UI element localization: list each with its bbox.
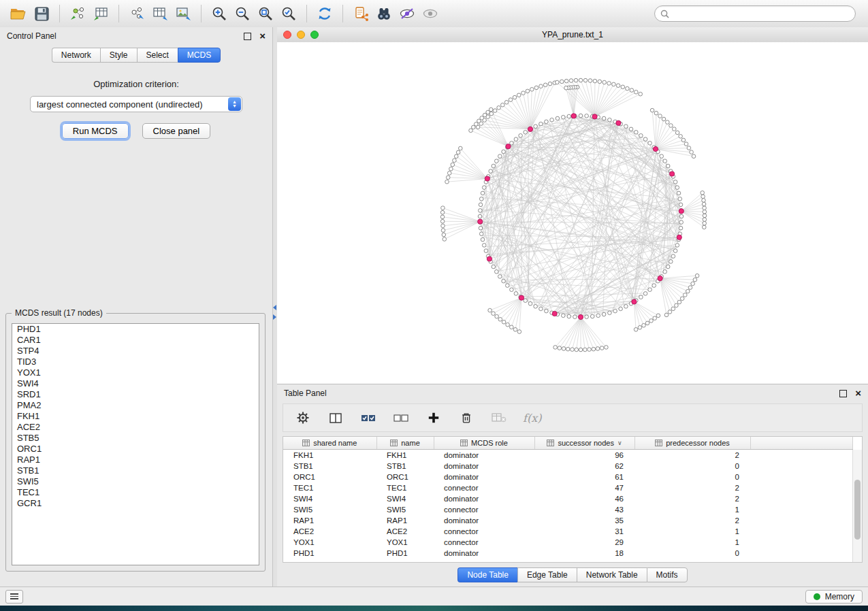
global-search-field[interactable]: [654, 5, 856, 22]
table-row[interactable]: ORC1ORC1dominator610: [283, 472, 853, 482]
tab-select[interactable]: Select: [137, 48, 178, 63]
tab-edge-table[interactable]: Edge Table: [517, 567, 577, 582]
column-header-name[interactable]: name: [376, 437, 434, 450]
table-row[interactable]: STB1STB1dominator620: [283, 461, 853, 472]
column-header-mcds-role[interactable]: MCDS role: [434, 437, 534, 450]
mcds-result-list[interactable]: PHD1CAR1STP4TID3YOX1SWI4SRD1PMA2FKH1ACE2…: [12, 323, 259, 565]
column-icon: [390, 440, 398, 446]
table-cell: [750, 548, 853, 559]
collapse-left-icon[interactable]: [273, 305, 276, 310]
select-all-rows-button[interactable]: [359, 409, 377, 427]
close-table-panel-icon[interactable]: ×: [855, 390, 861, 397]
export-image-button[interactable]: [172, 3, 195, 24]
table-row[interactable]: YOX1YOX1connector291: [283, 537, 853, 548]
control-panel-title: Control Panel: [7, 31, 57, 41]
open-session-button[interactable]: [7, 3, 30, 24]
table-row[interactable]: SWI4SWI4dominator462: [283, 493, 853, 504]
window-maximize-icon[interactable]: [310, 31, 319, 39]
table-cell: [750, 504, 853, 515]
mcds-result-item[interactable]: YOX1: [12, 367, 259, 378]
search-network-button[interactable]: [372, 3, 396, 24]
toolbar-separator: [59, 5, 60, 22]
save-session-button[interactable]: [30, 3, 53, 24]
column-icon: [655, 440, 662, 446]
network-canvas[interactable]: [277, 42, 868, 384]
export-network-button[interactable]: [125, 3, 148, 24]
tab-node-table[interactable]: Node Table: [457, 567, 517, 582]
zoom-fit-button[interactable]: [254, 3, 277, 24]
mcds-result-item[interactable]: SWI4: [12, 378, 259, 389]
delete-table-button[interactable]: [490, 409, 508, 427]
mcds-result-item[interactable]: TEC1: [12, 487, 259, 498]
window-close-icon[interactable]: [283, 31, 291, 39]
table-scrollbar-thumb[interactable]: [854, 480, 861, 540]
refresh-view-button[interactable]: [313, 3, 336, 24]
mcds-result-item[interactable]: STB5: [12, 433, 259, 444]
zoom-out-button[interactable]: [231, 3, 254, 24]
mcds-result-item[interactable]: STP4: [12, 346, 259, 357]
function-builder-button[interactable]: f(x): [523, 412, 541, 425]
table-cell: [750, 472, 853, 482]
zoom-in-button[interactable]: [208, 3, 231, 24]
show-column-button[interactable]: [327, 409, 344, 427]
zoom-selected-button[interactable]: [277, 3, 300, 24]
deselect-all-rows-button[interactable]: [392, 409, 410, 427]
table-scrollbar[interactable]: [852, 450, 862, 562]
table-cell: SWI4: [283, 493, 376, 504]
mcds-result-item[interactable]: RAP1: [12, 455, 259, 465]
mcds-result-item[interactable]: SWI5: [12, 476, 259, 487]
close-panel-icon[interactable]: ×: [259, 33, 266, 39]
mcds-result-item[interactable]: ORC1: [12, 444, 259, 455]
mcds-result-item[interactable]: GCR1: [12, 498, 259, 509]
table-cell: PHD1: [376, 548, 434, 559]
control-panel: Control Panel × Network Style Select MCD…: [0, 27, 272, 587]
mcds-result-item[interactable]: TID3: [12, 357, 259, 367]
column-header-shared-name[interactable]: shared name: [283, 437, 376, 450]
export-table-button[interactable]: [148, 3, 172, 24]
table-row[interactable]: TEC1TEC1connector472: [283, 482, 853, 493]
run-mcds-button[interactable]: Run MCDS: [62, 123, 129, 139]
mcds-result-item[interactable]: SRD1: [12, 389, 259, 400]
tab-motifs[interactable]: Motifs: [647, 567, 688, 582]
network-graph[interactable]: [277, 42, 868, 384]
window-minimize-icon[interactable]: [297, 31, 305, 39]
mcds-result-item[interactable]: ACE2: [12, 422, 259, 433]
delete-column-button[interactable]: [457, 409, 475, 427]
task-history-button[interactable]: [5, 590, 23, 604]
collapse-right-icon[interactable]: [273, 314, 276, 320]
close-panel-button[interactable]: Close panel: [142, 123, 211, 139]
search-input[interactable]: [673, 8, 850, 19]
mcds-result-item[interactable]: CAR1: [12, 335, 259, 346]
memory-button[interactable]: Memory: [805, 590, 863, 604]
table-cell: [750, 493, 853, 504]
save-floppy-icon: [35, 7, 49, 21]
binoculars-icon: [376, 6, 392, 21]
import-table-button[interactable]: [89, 3, 112, 24]
table-cell: FKH1: [376, 450, 434, 461]
mcds-result-item[interactable]: FKH1: [12, 411, 259, 422]
table-row[interactable]: SWI5SWI5connector431: [283, 504, 853, 515]
show-all-button[interactable]: [419, 3, 442, 24]
tab-network[interactable]: Network: [52, 48, 100, 63]
float-table-panel-icon[interactable]: [839, 390, 847, 397]
tab-network-table[interactable]: Network Table: [577, 567, 647, 582]
table-row[interactable]: FKH1FKH1dominator962: [283, 450, 853, 461]
table-settings-button[interactable]: [294, 409, 312, 427]
import-network-button[interactable]: [66, 3, 89, 24]
column-header-successor-nodes[interactable]: successor nodes ∨: [534, 437, 634, 450]
add-column-button[interactable]: [425, 409, 443, 427]
mcds-result-item[interactable]: STB1: [12, 465, 259, 476]
float-panel-icon[interactable]: [244, 33, 251, 40]
mcds-result-item[interactable]: PHD1: [12, 324, 259, 335]
network-window-titlebar[interactable]: YPA_prune.txt_1: [277, 27, 868, 43]
tab-mcds[interactable]: MCDS: [178, 48, 221, 63]
table-row[interactable]: ACE2ACE2connector311: [283, 526, 853, 537]
column-header-predecessor-nodes[interactable]: predecessor nodes: [634, 437, 750, 450]
criterion-dropdown[interactable]: largest connected component (undirected)…: [30, 96, 242, 112]
hide-edges-button[interactable]: [396, 3, 419, 24]
table-row[interactable]: RAP1RAP1dominator352: [283, 515, 853, 526]
table-row[interactable]: PHD1PHD1dominator180: [283, 548, 853, 559]
tab-style[interactable]: Style: [100, 48, 137, 63]
share-document-button[interactable]: [349, 3, 372, 24]
mcds-result-item[interactable]: PMA2: [12, 400, 259, 411]
